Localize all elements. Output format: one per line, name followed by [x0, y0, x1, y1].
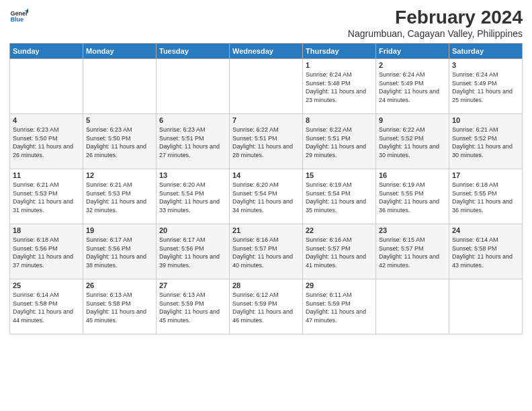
calendar-cell: 8 Sunrise: 6:22 AMSunset: 5:51 PMDayligh…: [303, 114, 376, 169]
day-number: 28: [232, 281, 300, 289]
day-info: Sunrise: 6:23 AMSunset: 5:50 PMDaylight:…: [13, 126, 80, 159]
day-number: 12: [86, 171, 153, 179]
calendar-cell: 20 Sunrise: 6:17 AMSunset: 5:56 PMDaylig…: [157, 224, 230, 279]
day-number: 26: [86, 281, 153, 289]
calendar-cell: [157, 59, 230, 114]
calendar-cell: 18 Sunrise: 6:18 AMSunset: 5:56 PMDaylig…: [10, 224, 83, 279]
day-number: 2: [379, 61, 446, 69]
calendar-cell: 19 Sunrise: 6:17 AMSunset: 5:56 PMDaylig…: [83, 224, 157, 279]
header: General Blue February 2024 Nagrumbuan, C…: [9, 7, 523, 39]
day-number: 9: [379, 116, 446, 124]
day-info: Sunrise: 6:22 AMSunset: 5:51 PMDaylight:…: [306, 126, 373, 159]
col-sunday: Sunday: [10, 44, 83, 59]
day-number: 3: [452, 61, 519, 69]
calendar-cell: [83, 59, 157, 114]
calendar-cell: 24 Sunrise: 6:14 AMSunset: 5:58 PMDaylig…: [449, 224, 523, 279]
calendar-cell: 26 Sunrise: 6:13 AMSunset: 5:58 PMDaylig…: [83, 279, 157, 334]
calendar-cell: 12 Sunrise: 6:21 AMSunset: 5:53 PMDaylig…: [83, 169, 157, 224]
calendar-cell: 4 Sunrise: 6:23 AMSunset: 5:50 PMDayligh…: [10, 114, 83, 169]
day-number: 27: [159, 281, 226, 289]
day-number: 6: [159, 116, 226, 124]
day-info: Sunrise: 6:20 AMSunset: 5:54 PMDaylight:…: [232, 181, 300, 214]
day-info: Sunrise: 6:15 AMSunset: 5:57 PMDaylight:…: [379, 236, 446, 269]
calendar-cell: 28 Sunrise: 6:12 AMSunset: 5:59 PMDaylig…: [230, 279, 303, 334]
day-info: Sunrise: 6:19 AMSunset: 5:54 PMDaylight:…: [306, 181, 373, 214]
calendar-cell: 22 Sunrise: 6:16 AMSunset: 5:57 PMDaylig…: [303, 224, 376, 279]
title-section: February 2024 Nagrumbuan, Cagayan Valley…: [348, 7, 523, 39]
calendar-cell: 2 Sunrise: 6:24 AMSunset: 5:49 PMDayligh…: [376, 59, 449, 114]
header-row: Sunday Monday Tuesday Wednesday Thursday…: [10, 44, 523, 59]
week-row-0: 1 Sunrise: 6:24 AMSunset: 5:48 PMDayligh…: [10, 59, 523, 114]
month-year: February 2024: [348, 7, 523, 28]
logo: General Blue: [9, 7, 28, 26]
day-info: Sunrise: 6:16 AMSunset: 5:57 PMDaylight:…: [232, 236, 300, 269]
calendar-cell: 27 Sunrise: 6:13 AMSunset: 5:59 PMDaylig…: [157, 279, 230, 334]
day-info: Sunrise: 6:24 AMSunset: 5:49 PMDaylight:…: [379, 71, 446, 104]
calendar-cell: 7 Sunrise: 6:22 AMSunset: 5:51 PMDayligh…: [230, 114, 303, 169]
day-info: Sunrise: 6:24 AMSunset: 5:48 PMDaylight:…: [306, 71, 373, 104]
day-info: Sunrise: 6:14 AMSunset: 5:58 PMDaylight:…: [452, 236, 519, 269]
calendar-cell: 14 Sunrise: 6:20 AMSunset: 5:54 PMDaylig…: [230, 169, 303, 224]
calendar-cell: 13 Sunrise: 6:20 AMSunset: 5:54 PMDaylig…: [157, 169, 230, 224]
calendar-cell: 3 Sunrise: 6:24 AMSunset: 5:49 PMDayligh…: [449, 59, 523, 114]
day-number: 4: [13, 116, 80, 124]
week-row-4: 25 Sunrise: 6:14 AMSunset: 5:58 PMDaylig…: [10, 279, 523, 334]
day-info: Sunrise: 6:23 AMSunset: 5:51 PMDaylight:…: [159, 126, 226, 159]
location: Nagrumbuan, Cagayan Valley, Philippines: [348, 28, 523, 39]
day-info: Sunrise: 6:24 AMSunset: 5:49 PMDaylight:…: [452, 71, 519, 104]
calendar-cell: 11 Sunrise: 6:21 AMSunset: 5:53 PMDaylig…: [10, 169, 83, 224]
calendar-cell: 10 Sunrise: 6:21 AMSunset: 5:52 PMDaylig…: [449, 114, 523, 169]
day-number: 16: [379, 171, 446, 179]
day-number: 19: [86, 226, 153, 234]
day-number: 1: [306, 61, 373, 69]
day-info: Sunrise: 6:13 AMSunset: 5:58 PMDaylight:…: [86, 291, 153, 324]
calendar-cell: 9 Sunrise: 6:22 AMSunset: 5:52 PMDayligh…: [376, 114, 449, 169]
day-number: 17: [452, 171, 519, 179]
day-number: 24: [452, 226, 519, 234]
day-info: Sunrise: 6:22 AMSunset: 5:52 PMDaylight:…: [379, 126, 446, 159]
calendar-cell: 16 Sunrise: 6:19 AMSunset: 5:55 PMDaylig…: [376, 169, 449, 224]
day-info: Sunrise: 6:13 AMSunset: 5:59 PMDaylight:…: [159, 291, 226, 324]
col-saturday: Saturday: [449, 44, 523, 59]
day-number: 15: [306, 171, 373, 179]
week-row-1: 4 Sunrise: 6:23 AMSunset: 5:50 PMDayligh…: [10, 114, 523, 169]
day-info: Sunrise: 6:17 AMSunset: 5:56 PMDaylight:…: [86, 236, 153, 269]
day-number: 18: [13, 226, 80, 234]
day-number: 22: [306, 226, 373, 234]
calendar-cell: 17 Sunrise: 6:18 AMSunset: 5:55 PMDaylig…: [449, 169, 523, 224]
day-info: Sunrise: 6:19 AMSunset: 5:55 PMDaylight:…: [379, 181, 446, 214]
day-info: Sunrise: 6:20 AMSunset: 5:54 PMDaylight:…: [159, 181, 226, 214]
calendar-cell: 5 Sunrise: 6:23 AMSunset: 5:50 PMDayligh…: [83, 114, 157, 169]
calendar-cell: 25 Sunrise: 6:14 AMSunset: 5:58 PMDaylig…: [10, 279, 83, 334]
calendar-cell: [376, 279, 449, 334]
day-number: 14: [232, 171, 300, 179]
day-info: Sunrise: 6:18 AMSunset: 5:55 PMDaylight:…: [452, 181, 519, 214]
day-info: Sunrise: 6:17 AMSunset: 5:56 PMDaylight:…: [159, 236, 226, 269]
day-info: Sunrise: 6:23 AMSunset: 5:50 PMDaylight:…: [86, 126, 153, 159]
day-info: Sunrise: 6:21 AMSunset: 5:53 PMDaylight:…: [13, 181, 80, 214]
day-number: 5: [86, 116, 153, 124]
calendar-cell: 21 Sunrise: 6:16 AMSunset: 5:57 PMDaylig…: [230, 224, 303, 279]
day-number: 10: [452, 116, 519, 124]
calendar-cell: [10, 59, 83, 114]
calendar-table: Sunday Monday Tuesday Wednesday Thursday…: [9, 43, 523, 334]
calendar-cell: 15 Sunrise: 6:19 AMSunset: 5:54 PMDaylig…: [303, 169, 376, 224]
week-row-2: 11 Sunrise: 6:21 AMSunset: 5:53 PMDaylig…: [10, 169, 523, 224]
day-info: Sunrise: 6:16 AMSunset: 5:57 PMDaylight:…: [306, 236, 373, 269]
day-number: 13: [159, 171, 226, 179]
day-info: Sunrise: 6:12 AMSunset: 5:59 PMDaylight:…: [232, 291, 300, 324]
calendar-cell: [449, 279, 523, 334]
day-number: 21: [232, 226, 300, 234]
col-wednesday: Wednesday: [230, 44, 303, 59]
calendar-cell: [230, 59, 303, 114]
day-number: 25: [13, 281, 80, 289]
col-friday: Friday: [376, 44, 449, 59]
day-info: Sunrise: 6:14 AMSunset: 5:58 PMDaylight:…: [13, 291, 80, 324]
calendar-cell: 1 Sunrise: 6:24 AMSunset: 5:48 PMDayligh…: [303, 59, 376, 114]
day-info: Sunrise: 6:21 AMSunset: 5:53 PMDaylight:…: [86, 181, 153, 214]
col-monday: Monday: [83, 44, 157, 59]
svg-text:Blue: Blue: [10, 16, 24, 23]
day-info: Sunrise: 6:22 AMSunset: 5:51 PMDaylight:…: [232, 126, 300, 159]
day-number: 7: [232, 116, 300, 124]
day-info: Sunrise: 6:11 AMSunset: 5:59 PMDaylight:…: [306, 291, 373, 324]
